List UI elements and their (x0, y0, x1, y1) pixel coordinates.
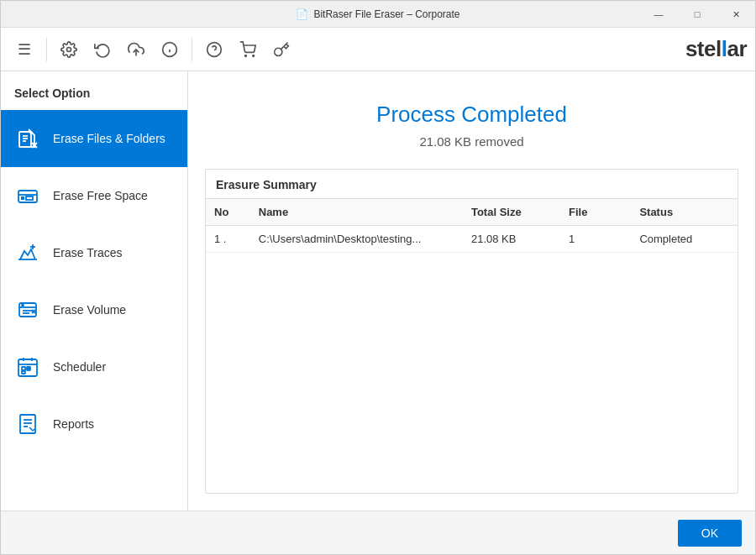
key-icon[interactable] (266, 34, 297, 65)
sidebar-item-erase-files[interactable]: Erase Files & Folders (1, 110, 187, 167)
reports-icon (14, 411, 41, 437)
erase-traces-icon (14, 239, 41, 266)
title-bar-title: 📄 BitRaser File Eraser – Corporate (296, 8, 459, 20)
erasure-summary: Erasure Summary No Name Total Size File … (205, 169, 738, 494)
process-title: Process Completed (205, 102, 738, 128)
sidebar-item-scheduler[interactable]: Scheduler (1, 338, 187, 395)
scheduler-icon (14, 353, 41, 380)
sidebar-header: Select Option (1, 71, 187, 110)
toolbar-left: ☰ (9, 34, 297, 65)
row-no: 1 . (206, 226, 250, 253)
erase-volume-label: Erase Volume (53, 303, 126, 317)
svg-rect-33 (22, 367, 25, 370)
erase-files-icon (14, 125, 41, 152)
sidebar-item-erase-traces[interactable]: Erase Traces (1, 224, 187, 281)
refresh-icon[interactable] (87, 34, 118, 65)
svg-rect-17 (21, 196, 24, 200)
svg-rect-35 (22, 371, 25, 374)
process-subtitle: 21.08 KB removed (205, 134, 738, 149)
table-row: 1 . C:\Users\admin\Desktop\testing... 21… (206, 226, 738, 253)
erase-volume-icon (14, 296, 41, 323)
svg-rect-18 (26, 196, 33, 200)
svg-point-0 (67, 47, 71, 51)
row-size: 21.08 KB (463, 226, 560, 253)
stellar-logo: stellar (685, 36, 747, 62)
close-button[interactable]: ✕ (717, 1, 755, 28)
erase-free-space-label: Erase Free Space (53, 189, 148, 202)
erase-traces-label: Erase Traces (53, 246, 122, 259)
toolbar: ☰ (1, 28, 755, 71)
info-icon[interactable] (155, 34, 185, 65)
title-bar-icon: 📄 (296, 8, 308, 20)
svg-point-24 (22, 305, 24, 306)
row-status: Completed (631, 226, 738, 253)
title-bar: 📄 BitRaser File Eraser – Corporate — □ ✕ (1, 1, 755, 28)
erasure-summary-title: Erasure Summary (206, 170, 738, 198)
col-header-size: Total Size (463, 199, 560, 226)
cart-icon[interactable] (233, 34, 263, 65)
svg-point-8 (253, 55, 255, 56)
help-icon[interactable] (199, 34, 229, 65)
col-header-no: No (206, 199, 250, 226)
erase-free-space-icon (14, 182, 41, 209)
summary-table: No Name Total Size File Status 1 . C:\Us… (206, 198, 738, 253)
stellar-logo-highlight: l (722, 36, 727, 61)
footer: OK (1, 510, 755, 554)
col-header-status: Status (631, 199, 738, 226)
ok-button[interactable]: OK (678, 520, 742, 547)
main-layout: Select Option Erase Files & Folders (1, 71, 755, 510)
upload-icon[interactable] (121, 34, 151, 65)
sidebar: Select Option Erase Files & Folders (1, 71, 188, 510)
svg-rect-9 (19, 132, 31, 147)
minimize-button[interactable]: — (639, 1, 678, 28)
row-name: C:\Users\admin\Desktop\testing... (250, 226, 463, 253)
title-bar-controls: — □ ✕ (639, 1, 755, 28)
col-header-file: File (560, 199, 631, 226)
content-area: Process Completed 21.08 KB removed Erasu… (188, 71, 755, 510)
title-bar-text: BitRaser File Eraser – Corporate (313, 8, 459, 20)
sidebar-item-erase-volume[interactable]: Erase Volume (1, 281, 187, 338)
settings-icon[interactable] (54, 34, 84, 65)
erase-files-label: Erase Files & Folders (53, 132, 165, 145)
col-header-name: Name (250, 199, 463, 226)
sidebar-item-reports[interactable]: Reports (1, 395, 187, 453)
reports-label: Reports (53, 417, 94, 431)
sidebar-item-erase-free-space[interactable]: Erase Free Space (1, 167, 187, 224)
svg-point-7 (245, 55, 247, 56)
table-header-row: No Name Total Size File Status (206, 199, 738, 226)
maximize-button[interactable]: □ (678, 1, 717, 28)
svg-rect-34 (27, 367, 30, 370)
toolbar-divider-2 (192, 38, 192, 61)
scheduler-label: Scheduler (53, 360, 106, 374)
hamburger-icon[interactable]: ☰ (9, 34, 39, 65)
toolbar-divider-1 (46, 38, 47, 61)
row-file: 1 (560, 226, 631, 253)
